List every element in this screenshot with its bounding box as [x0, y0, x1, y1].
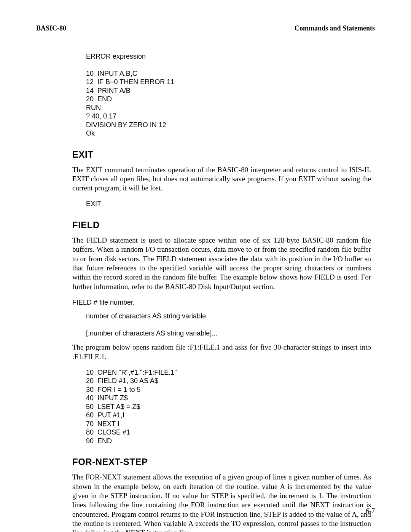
field-paragraph-2: The program below opens random file :F1:… [72, 343, 371, 361]
field-syntax-line-3: [,number of characters AS string variabl… [86, 329, 371, 338]
fornext-heading: FOR-NEXT-STEP [72, 457, 371, 467]
field-code: 10 OPEN "R",#1,":F1:FILE.1" 20 FIELD #1,… [86, 368, 371, 446]
field-syntax-line-1: FIELD # file number, [72, 298, 371, 307]
exit-heading: EXIT [72, 149, 371, 160]
error-syntax-title: ERROR expression [86, 52, 371, 61]
page: BASIC-80 Commands and Statements ERROR e… [0, 0, 411, 532]
content-column: ERROR expression 10 INPUT A,B,C 12 IF B=… [72, 52, 371, 532]
field-paragraph-1: The FIELD statement is used to allocate … [72, 236, 371, 291]
error-code-block: 10 INPUT A,B,C 12 IF B=0 THEN ERROR 11 1… [86, 69, 371, 138]
field-heading: FIELD [72, 220, 371, 230]
header-right: Commands and Statements [295, 24, 375, 32]
header-left: BASIC-80 [36, 24, 66, 32]
error-expression-block: ERROR expression 10 INPUT A,B,C 12 IF B=… [86, 52, 371, 138]
page-header: BASIC-80 Commands and Statements [36, 24, 375, 32]
page-number: 6-7 [366, 507, 375, 515]
field-syntax-line-2: number of characters AS string variable [86, 312, 371, 321]
field-code-block: 10 OPEN "R",#1,":F1:FILE.1" 20 FIELD #1,… [86, 368, 371, 446]
exit-paragraph: The EXIT command terminates operation of… [72, 165, 371, 193]
exit-syntax: EXIT [86, 200, 371, 208]
fornext-paragraph: The FOR-NEXT statement allows the execut… [72, 473, 371, 532]
